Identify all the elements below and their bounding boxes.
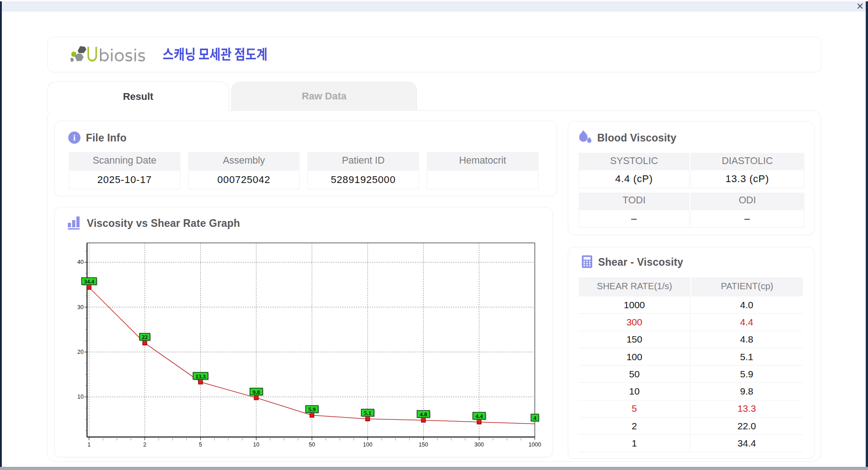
svg-text:4.4: 4.4 — [476, 413, 483, 419]
svg-text:300: 300 — [474, 442, 484, 448]
svg-text:40: 40 — [77, 259, 84, 265]
svg-text:1000: 1000 — [528, 442, 541, 448]
svg-text:5.1: 5.1 — [364, 409, 371, 416]
svg-text:1: 1 — [88, 442, 91, 448]
svg-text:5.9: 5.9 — [308, 406, 316, 413]
svg-text:2: 2 — [143, 442, 146, 448]
svg-text:10: 10 — [77, 394, 84, 400]
svg-text:9.8: 9.8 — [253, 389, 260, 395]
svg-text:10: 10 — [253, 442, 259, 448]
svg-text:4: 4 — [533, 414, 537, 421]
svg-text:34.4: 34.4 — [84, 278, 94, 285]
svg-text:13.3: 13.3 — [195, 373, 206, 380]
svg-text:4.8: 4.8 — [420, 411, 427, 418]
svg-text:20: 20 — [77, 349, 84, 355]
svg-text:150: 150 — [419, 442, 428, 448]
svg-text:100: 100 — [363, 442, 373, 448]
svg-text:5: 5 — [199, 442, 202, 448]
svg-text:50: 50 — [309, 442, 315, 448]
svg-text:22: 22 — [142, 334, 148, 340]
svg-text:30: 30 — [77, 304, 84, 310]
